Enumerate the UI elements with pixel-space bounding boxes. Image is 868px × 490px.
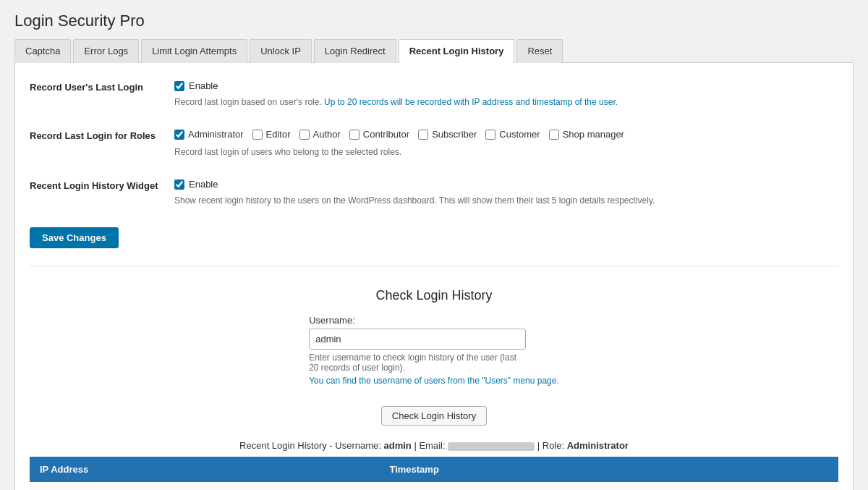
role-subscriber-checkbox[interactable] [418, 130, 428, 140]
setting-record-last-login: Record User's Last Login Enable Record l… [30, 80, 838, 109]
enable-record-last-login-label-text[interactable]: Enable [189, 80, 218, 91]
page-wrapper: Login Security Pro Captcha Error Logs Li… [0, 0, 868, 490]
divider [30, 266, 838, 266]
setting-widget-label: Recent Login History Widget [30, 179, 174, 191]
check-login-history-button[interactable]: Check Login History [381, 406, 487, 426]
history-table-header-row: IP Address Timestamp [30, 457, 838, 482]
users-menu-link[interactable]: You can find the username of users from … [309, 376, 559, 386]
results-email-separator: | Email: [414, 440, 448, 451]
check-history-title: Check Login History [30, 288, 838, 303]
results-prefix: Recent Login History - Username: [239, 440, 381, 451]
enable-widget-checkbox[interactable] [174, 179, 184, 190]
history-table-head: IP Address Timestamp [30, 457, 838, 482]
roles-row: Administrator Editor Author Contributor [174, 129, 838, 140]
role-subscriber: Subscriber [418, 129, 477, 140]
results-header: Recent Login History - Username: admin |… [30, 440, 838, 451]
table-cell-ip-1 [30, 482, 379, 490]
username-hint: Enter username to check login history of… [309, 352, 526, 373]
widget-desc: Show recent login history to the users o… [174, 194, 838, 207]
role-shop-manager-checkbox[interactable] [549, 130, 559, 140]
history-table-body [30, 482, 838, 490]
tabs-bar: Captcha Error Logs Limit Login Attempts … [14, 39, 854, 63]
role-customer: Customer [485, 129, 540, 140]
enable-record-last-login-checkbox[interactable] [174, 81, 184, 91]
results-email-redacted [448, 442, 535, 451]
setting-record-roles: Record Last Login for Roles Administrato… [30, 129, 838, 159]
tab-error-logs[interactable]: Error Logs [73, 39, 139, 63]
save-changes-button[interactable]: Save Changes [30, 227, 119, 248]
role-customer-checkbox[interactable] [485, 130, 495, 140]
username-label: Username: [309, 315, 559, 326]
record-last-login-link[interactable]: Up to 20 records will be recorded with I… [324, 97, 618, 107]
save-changes-wrapper: Save Changes [30, 227, 838, 248]
enable-record-last-login-row: Enable [174, 80, 838, 91]
role-administrator: Administrator [174, 129, 244, 140]
setting-record-last-login-content: Enable Record last login based on user's… [174, 80, 838, 109]
history-table: IP Address Timestamp [30, 457, 838, 490]
tab-reset[interactable]: Reset [516, 39, 563, 63]
role-contributor-checkbox[interactable] [349, 130, 359, 140]
role-editor: Editor [252, 129, 291, 140]
table-row [30, 482, 838, 490]
role-editor-label[interactable]: Editor [266, 129, 291, 140]
check-btn-wrapper: Check Login History [30, 399, 838, 426]
enable-widget-label-text[interactable]: Enable [189, 179, 218, 190]
tab-login-redirect[interactable]: Login Redirect [314, 39, 396, 63]
role-administrator-checkbox[interactable] [174, 130, 184, 140]
content-area: Record User's Last Login Enable Record l… [14, 63, 854, 490]
tab-limit-login-attempts[interactable]: Limit Login Attempts [141, 39, 247, 63]
role-shop-manager-label[interactable]: Shop manager [563, 129, 624, 140]
role-author: Author [299, 129, 341, 140]
role-editor-checkbox[interactable] [252, 130, 263, 140]
setting-record-roles-label: Record Last Login for Roles [30, 129, 174, 141]
role-subscriber-label[interactable]: Subscriber [432, 129, 477, 140]
role-author-label[interactable]: Author [313, 129, 341, 140]
check-history-section: Check Login History Username: Enter user… [30, 281, 838, 440]
tab-recent-login-history[interactable]: Recent Login History [399, 39, 515, 63]
role-customer-label[interactable]: Customer [499, 129, 540, 140]
setting-widget-content: Enable Show recent login history to the … [174, 179, 838, 207]
username-form-group: Username: Enter username to check login … [309, 315, 559, 386]
username-input[interactable] [309, 329, 526, 350]
tab-captcha[interactable]: Captcha [14, 39, 71, 63]
results-role: Administrator [567, 440, 629, 451]
page-title: Login Security Pro [14, 12, 854, 30]
role-administrator-label[interactable]: Administrator [188, 129, 244, 140]
setting-widget: Recent Login History Widget Enable Show … [30, 179, 838, 207]
setting-record-roles-content: Administrator Editor Author Contributor [174, 129, 838, 159]
role-contributor-label[interactable]: Contributor [363, 129, 409, 140]
col-ip-address: IP Address [30, 457, 379, 482]
setting-record-last-login-label: Record User's Last Login [30, 80, 174, 93]
role-author-checkbox[interactable] [299, 130, 310, 140]
tab-unlock-ip[interactable]: Unlock IP [250, 39, 312, 63]
table-cell-ts-1 [379, 482, 838, 490]
roles-desc: Record last login of users who belong to… [174, 145, 838, 159]
results-role-separator: | Role: [537, 440, 567, 451]
role-contributor: Contributor [349, 129, 409, 140]
results-username: admin [383, 440, 411, 451]
col-timestamp: Timestamp [379, 457, 838, 482]
role-shop-manager: Shop manager [549, 129, 624, 140]
record-last-login-desc: Record last login based on user's role. … [174, 96, 838, 109]
enable-widget-row: Enable [174, 179, 838, 190]
